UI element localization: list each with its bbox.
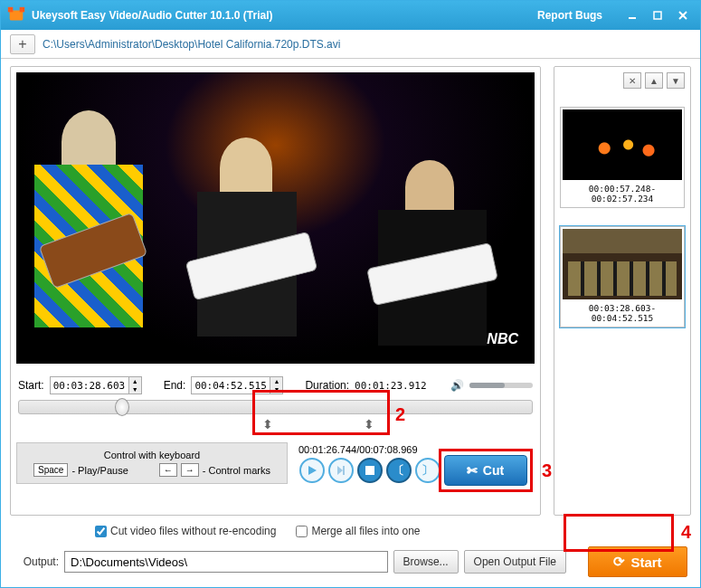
end-up[interactable]: ▲	[270, 377, 282, 385]
end-down[interactable]: ▼	[270, 385, 282, 394]
no-reencode-checkbox[interactable]: Cut video files without re-encoding	[95, 525, 276, 537]
move-down-button[interactable]: ▼	[667, 72, 685, 89]
clip-range: 00:03:28.603-00:04:52.515	[563, 299, 682, 325]
kbd-title: Control with keyboard	[104, 450, 200, 460]
video-panel: NBC Start: ▲▼ End: ▲▼ Duration: 00:01:23…	[10, 66, 541, 516]
close-button[interactable]	[671, 7, 695, 24]
start-time-input[interactable]: ▲▼	[50, 376, 142, 394]
volume-slider[interactable]	[469, 383, 533, 388]
volume-icon[interactable]: 🔊	[450, 379, 464, 392]
report-bugs-link[interactable]: Report Bugs	[537, 9, 602, 22]
start-button[interactable]: ⟳ Start	[588, 546, 687, 577]
remove-clip-button[interactable]: ✕	[623, 72, 641, 89]
mark-out[interactable]: ⬍	[364, 417, 374, 432]
clips-panel: ✕ ▲ ▼ 00:00:57.248-00:02:57.234 00:03:28…	[554, 66, 691, 516]
move-up-button[interactable]: ▲	[645, 72, 663, 89]
svg-rect-1	[8, 7, 14, 13]
svg-rect-10	[365, 466, 374, 475]
clip-item[interactable]: 00:03:28.603-00:04:52.515	[560, 226, 685, 327]
cut-button[interactable]: ✄ Cut	[444, 455, 527, 486]
mark-out-button[interactable]: 〕	[415, 458, 440, 483]
path-bar: + C:\Users\Administrator\Desktop\Hotel C…	[1, 30, 700, 59]
browse-button[interactable]: Browse...	[393, 550, 459, 574]
open-output-button[interactable]: Open Output File	[464, 550, 566, 574]
file-path: C:\Users\Administrator\Desktop\Hotel Cal…	[43, 38, 340, 51]
clip-item[interactable]: 00:00:57.248-00:02:57.234	[560, 107, 685, 208]
mark-in-button[interactable]: 〔	[386, 458, 412, 483]
maximize-button[interactable]	[646, 7, 669, 24]
svg-rect-9	[343, 466, 345, 475]
scissors-icon: ✄	[467, 463, 478, 478]
step-button[interactable]	[328, 458, 354, 483]
duration-label: Duration:	[305, 379, 349, 392]
app-title: Ukeysoft Easy Video/Audio Cutter 10.1.0 …	[32, 9, 273, 22]
seek-bar[interactable]	[18, 400, 533, 414]
app-logo	[6, 5, 26, 25]
marker-row: ⬍ ⬍	[18, 417, 533, 435]
output-label: Output:	[14, 555, 59, 568]
svg-marker-8	[337, 466, 343, 475]
clip-time: 00:01:26.744/00:07:08.969	[295, 442, 418, 455]
key-left: ←	[159, 463, 177, 477]
merge-checkbox[interactable]: Merge all files into one	[296, 525, 420, 537]
svg-rect-4	[654, 12, 661, 19]
output-path-input[interactable]	[64, 551, 388, 573]
play-button[interactable]	[299, 458, 325, 483]
mark-in[interactable]: ⬍	[262, 417, 273, 432]
titlebar: Ukeysoft Easy Video/Audio Cutter 10.1.0 …	[1, 1, 700, 30]
duration-value: 00:01:23.912	[355, 380, 426, 392]
start-label: Start:	[18, 379, 44, 392]
seek-thumb[interactable]	[115, 398, 129, 416]
minimize-button[interactable]	[620, 7, 644, 24]
clip-range: 00:00:57.248-00:02:57.234	[563, 180, 682, 205]
network-logo: NBC	[487, 331, 518, 347]
key-space: Space	[33, 463, 68, 477]
start-down[interactable]: ▼	[129, 385, 141, 394]
refresh-icon: ⟳	[613, 554, 625, 570]
video-preview[interactable]: NBC	[16, 72, 535, 364]
end-time-input[interactable]: ▲▼	[191, 376, 283, 394]
stop-button[interactable]	[357, 458, 383, 483]
add-file-button[interactable]: +	[10, 34, 35, 54]
end-label: End:	[164, 379, 186, 392]
key-right: →	[181, 463, 199, 477]
svg-marker-7	[308, 466, 317, 475]
start-up[interactable]: ▲	[129, 377, 141, 385]
keyboard-hints: Control with keyboard Space - Play/Pause…	[16, 442, 288, 484]
svg-rect-2	[20, 7, 24, 13]
